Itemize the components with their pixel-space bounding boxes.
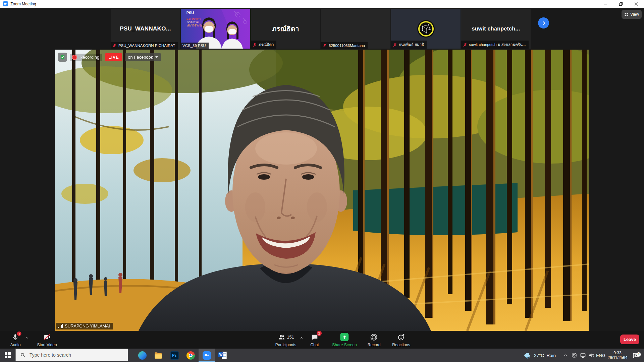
svg-text:เพื่อวิถีชีวิตใหม่: เพื่อวิถีชีวิตใหม่ xyxy=(187,23,204,27)
svg-text:นวัตกรรม: นวัตกรรม xyxy=(187,21,199,24)
active-speaker-video[interactable]: Recording LIVE on Facebook SURAPONG YIML… xyxy=(55,50,589,331)
file-explorer-icon xyxy=(154,351,163,360)
taskbar-app-file-explorer[interactable] xyxy=(150,349,166,362)
chat-button[interactable]: 1 Chat xyxy=(310,331,319,351)
audio-options-chevron[interactable] xyxy=(25,335,29,341)
participant-thumbnail-strip: PSU_WANNAKO... PSU_WANNAKORN PICHAIRAT P… xyxy=(0,8,644,50)
taskbar-clock[interactable]: 9:33 26/11/2564 xyxy=(606,349,629,362)
participant-label: กนกทิพย์ สมาธิ xyxy=(391,41,427,49)
tray-meet-now-icon[interactable] xyxy=(571,349,577,362)
search-input[interactable] xyxy=(29,352,121,358)
participants-count: 151 xyxy=(287,335,294,340)
thumbnail-kanoktip[interactable]: กนกทิพย์ สมาธิ xyxy=(391,9,461,49)
edge-icon xyxy=(138,351,147,360)
photoshop-icon: Ps xyxy=(170,351,179,360)
recording-indicator: Recording xyxy=(70,54,102,61)
participant-label: PSU_WANNAKORN PICHAIRAT xyxy=(111,42,178,49)
participants-button[interactable]: 151 Participants xyxy=(275,331,297,351)
chevron-right-icon xyxy=(541,20,546,26)
recording-dot-icon xyxy=(72,55,77,60)
tray-volume-icon[interactable] xyxy=(588,349,594,362)
participant-label: ภรณ์ธิดา xyxy=(251,41,276,49)
clock-date: 26/11/2564 xyxy=(607,355,627,360)
mic-muted-icon xyxy=(463,43,467,47)
chevron-down-icon xyxy=(155,56,158,58)
mic-muted-icon xyxy=(393,43,397,47)
restore-button[interactable] xyxy=(613,0,629,8)
view-button[interactable]: View xyxy=(622,10,642,19)
thumbnail-psu-wannakorn[interactable]: PSU_WANNAKO... PSU_WANNAKORN PICHAIRAT xyxy=(111,9,180,49)
thumbnail-pornthida[interactable]: ภรณ์ธิดา ภรณ์ธิดา xyxy=(251,9,320,49)
taskbar-app-edge[interactable] xyxy=(134,349,150,362)
mic-muted-icon xyxy=(253,43,257,47)
share-screen-icon xyxy=(340,333,348,341)
thumbnail-mantana[interactable]: 6250011063Mantana xyxy=(321,9,390,49)
taskbar-app-chrome[interactable] xyxy=(182,349,199,362)
tray-network-icon[interactable] xyxy=(580,349,586,362)
weather-condition: Rain xyxy=(546,353,556,358)
chrome-icon xyxy=(186,351,195,360)
audio-button[interactable]: ! Audio xyxy=(10,331,21,351)
grid-view-icon xyxy=(624,12,629,17)
zoom-icon xyxy=(203,351,211,360)
start-button[interactable] xyxy=(0,349,15,362)
mic-muted-icon xyxy=(112,43,117,48)
search-icon xyxy=(20,352,25,358)
tray-language-indicator[interactable]: ENG xyxy=(596,349,605,362)
record-icon xyxy=(370,333,378,341)
leave-button[interactable]: Leave xyxy=(620,335,639,344)
reactions-button[interactable]: Reactions xyxy=(392,331,410,351)
weather-temp: 27°C xyxy=(534,353,544,358)
participants-options-chevron[interactable] xyxy=(300,335,304,341)
tray-hidden-icons-chevron[interactable] xyxy=(563,349,568,362)
camera-off-icon xyxy=(43,333,51,341)
taskbar-weather[interactable]: 27°C Rain xyxy=(523,349,556,362)
action-center-button[interactable]: 4 xyxy=(633,349,639,362)
taskbar-search[interactable] xyxy=(15,349,128,361)
chat-unread-badge: 1 xyxy=(317,331,322,336)
minimize-button[interactable] xyxy=(598,0,613,8)
audio-alert-badge: ! xyxy=(17,331,21,336)
share-screen-button[interactable]: Share Screen xyxy=(332,331,357,351)
next-participants-page-button[interactable] xyxy=(538,17,549,28)
window-titlebar: Zoom Meeting xyxy=(0,0,644,8)
windows-logo-icon xyxy=(5,352,11,358)
clock-time: 9:33 xyxy=(613,351,621,355)
notification-count-badge: 4 xyxy=(637,352,641,357)
live-destination-dropdown[interactable]: on Facebook xyxy=(125,53,161,61)
live-badge: LIVE xyxy=(105,53,122,61)
thumbnail-vcs39-psu[interactable]: PSU ม.อ.วิชาการ นวัตกรรม เพื่อวิถีชีวิตใ… xyxy=(181,9,250,49)
taskbar-app-zoom-active[interactable] xyxy=(199,349,215,362)
mic-muted-icon xyxy=(323,43,327,48)
svg-text:PSU: PSU xyxy=(186,11,194,15)
security-shield-icon xyxy=(60,54,65,60)
audio-level-icon xyxy=(58,324,63,328)
speaker-name-tag: SURAPONG YIMLAMAI xyxy=(56,323,113,329)
zoom-app-icon xyxy=(3,1,8,6)
meeting-toolbar: ! Audio Start Video 151 Participants xyxy=(0,331,644,349)
taskbar-app-word[interactable]: W xyxy=(215,349,231,362)
taskbar-app-photoshop[interactable]: Ps xyxy=(166,349,182,362)
participants-icon xyxy=(277,334,285,341)
thumbnail-suwit[interactable]: suwit chanpetch... suwit chanpetch ม สงข… xyxy=(461,9,531,49)
participant-label: 6250011063Mantana xyxy=(321,42,368,49)
close-button[interactable] xyxy=(629,0,644,8)
windows-taskbar: Ps W 27°C Rain xyxy=(0,349,644,362)
meeting-info-shield-button[interactable] xyxy=(58,53,67,62)
svg-text:ม.อ.วิชาการ: ม.อ.วิชาการ xyxy=(186,17,201,20)
window-title: Zoom Meeting xyxy=(10,2,36,6)
rain-cloud-icon xyxy=(523,351,532,360)
virtual-background-scene xyxy=(55,50,589,331)
participant-label: VCS_39 PSU xyxy=(181,43,209,49)
word-icon: W xyxy=(218,351,227,360)
record-button[interactable]: Record xyxy=(368,331,381,351)
participant-label: suwit chanpetch ม สงขลานคริน... xyxy=(461,41,529,49)
reactions-smiley-icon xyxy=(397,333,405,341)
zoom-meeting-window: Zoom Meeting PSU_WANNAKO... PSU_WANNAKOR… xyxy=(0,0,644,362)
start-video-button[interactable]: Start Video xyxy=(37,331,57,351)
